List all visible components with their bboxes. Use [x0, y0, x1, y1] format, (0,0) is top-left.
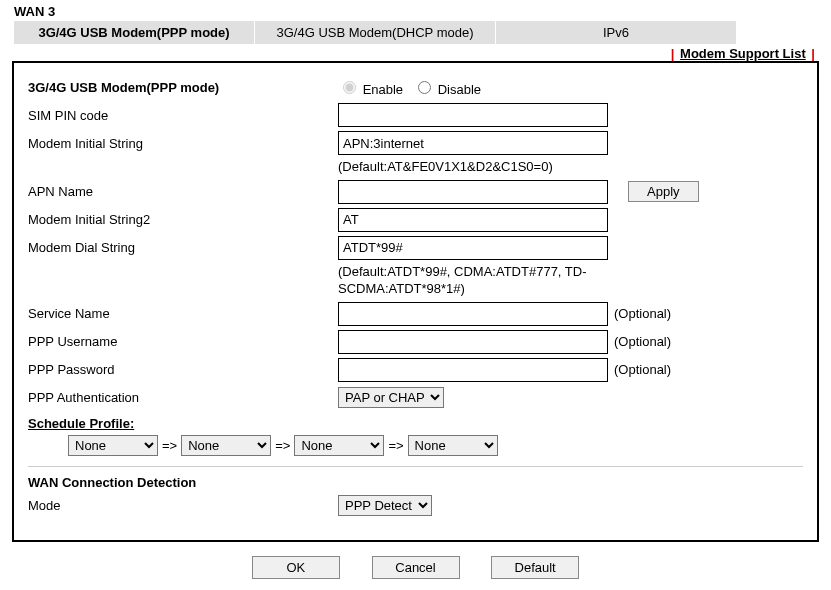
optional-label: (Optional) — [614, 306, 671, 321]
mode-select[interactable]: PPP Detect — [338, 495, 432, 516]
modem-support-list-link[interactable]: Modem Support List — [680, 46, 806, 61]
schedule-select-3[interactable]: None — [294, 435, 384, 456]
tab-ipv6[interactable]: IPv6 — [496, 21, 737, 44]
arrow-icon: => — [388, 438, 403, 453]
divider-icon: | — [671, 46, 675, 61]
modem-init-string-input[interactable] — [338, 131, 608, 155]
ppp-auth-label: PPP Authentication — [28, 390, 338, 405]
section-title: 3G/4G USB Modem(PPP mode) — [28, 80, 338, 95]
ppp-password-input[interactable] — [338, 358, 608, 382]
modem-dial-string-hint: (Default:ATDT*99#, CDMA:ATDT#777, TD-SCD… — [338, 264, 678, 298]
page-title: WAN 3 — [14, 4, 831, 19]
modem-init-string-label: Modem Initial String — [28, 136, 338, 151]
cancel-button[interactable]: Cancel — [372, 556, 460, 579]
modem-dial-string-input[interactable] — [338, 236, 608, 260]
schedule-profile-row: None => None => None => None — [68, 435, 803, 456]
mode-label: Mode — [28, 498, 338, 513]
schedule-select-1[interactable]: None — [68, 435, 158, 456]
divider-icon: | — [811, 46, 815, 61]
arrow-icon: => — [275, 438, 290, 453]
tab-ppp-mode[interactable]: 3G/4G USB Modem(PPP mode) — [14, 21, 255, 44]
sim-pin-input[interactable] — [338, 103, 608, 127]
modem-init-string2-input[interactable] — [338, 208, 608, 232]
tab-bar: 3G/4G USB Modem(PPP mode) 3G/4G USB Mode… — [14, 21, 831, 44]
ppp-auth-select[interactable]: PAP or CHAP — [338, 387, 444, 408]
wan-detection-title: WAN Connection Detection — [28, 475, 338, 490]
schedule-profile-label: Schedule Profile: — [28, 416, 803, 431]
ok-button[interactable]: OK — [252, 556, 340, 579]
divider — [28, 466, 803, 467]
optional-label: (Optional) — [614, 334, 671, 349]
apn-name-label: APN Name — [28, 184, 338, 199]
service-name-input[interactable] — [338, 302, 608, 326]
ppp-username-input[interactable] — [338, 330, 608, 354]
bottom-button-row: OK Cancel Default — [0, 556, 831, 579]
enable-radio-label[interactable]: Enable — [338, 78, 403, 97]
schedule-select-2[interactable]: None — [181, 435, 271, 456]
settings-frame: 3G/4G USB Modem(PPP mode) Enable Disable… — [12, 61, 819, 542]
support-link-row: | Modem Support List | — [0, 46, 817, 61]
modem-init-string-hint: (Default:AT&FE0V1X1&D2&C1S0=0) — [338, 159, 803, 176]
optional-label: (Optional) — [614, 362, 671, 377]
schedule-select-4[interactable]: None — [408, 435, 498, 456]
modem-dial-string-label: Modem Dial String — [28, 240, 338, 255]
apn-name-input[interactable] — [338, 180, 608, 204]
modem-init-string2-label: Modem Initial String2 — [28, 212, 338, 227]
tab-dhcp-mode[interactable]: 3G/4G USB Modem(DHCP mode) — [255, 21, 496, 44]
disable-radio-label[interactable]: Disable — [413, 78, 481, 97]
disable-radio[interactable] — [418, 81, 431, 94]
ppp-password-label: PPP Password — [28, 362, 338, 377]
arrow-icon: => — [162, 438, 177, 453]
enable-radio[interactable] — [343, 81, 356, 94]
apply-button[interactable]: Apply — [628, 181, 699, 202]
ppp-username-label: PPP Username — [28, 334, 338, 349]
default-button[interactable]: Default — [491, 556, 579, 579]
sim-pin-label: SIM PIN code — [28, 108, 338, 123]
service-name-label: Service Name — [28, 306, 338, 321]
